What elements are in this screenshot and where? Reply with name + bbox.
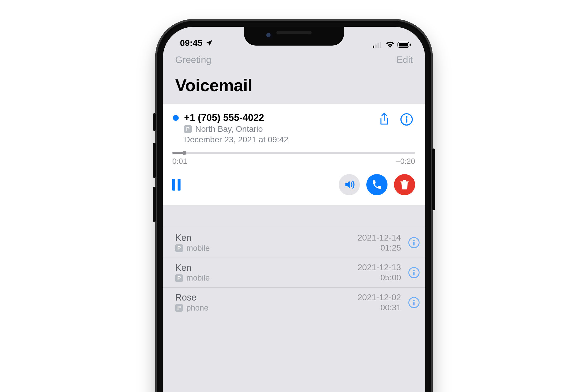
- svg-rect-18: [413, 301, 415, 305]
- vm-label: mobile: [186, 273, 210, 283]
- info-button[interactable]: [408, 297, 420, 308]
- info-button[interactable]: [408, 267, 420, 278]
- svg-rect-0: [373, 46, 374, 48]
- wifi-icon: [386, 41, 395, 48]
- parking-badge-icon: P: [175, 274, 183, 282]
- call-back-button[interactable]: [366, 174, 387, 195]
- svg-point-11: [413, 240, 415, 241]
- vm-caller-name: Ken: [175, 233, 358, 243]
- cellular-signal-icon: [373, 41, 383, 48]
- playback-scrubber[interactable]: [172, 152, 415, 154]
- device-frame: 09:45: [155, 19, 433, 392]
- vm-date: 2021-12-14: [358, 233, 401, 243]
- svg-point-8: [406, 116, 407, 118]
- vm-caller-name: Rose: [175, 292, 358, 303]
- svg-point-17: [413, 300, 415, 301]
- active-voicemail-card: +1 (705) 555-4022 P North Bay, Ontario D…: [163, 104, 425, 205]
- call-timestamp: December 23, 2021 at 09:42: [184, 135, 377, 144]
- parking-badge-icon: P: [175, 304, 183, 312]
- vm-duration: 00:31: [380, 303, 401, 312]
- status-time: 09:45: [180, 38, 203, 48]
- delete-button[interactable]: [394, 174, 415, 195]
- svg-rect-6: [410, 44, 411, 46]
- elapsed-time: 0:01: [172, 157, 187, 166]
- svg-rect-9: [406, 118, 407, 123]
- svg-rect-2: [377, 43, 379, 48]
- vm-date: 2021-12-02: [358, 293, 401, 302]
- ring-silent-switch: [153, 113, 156, 131]
- earpiece-speaker: [276, 31, 312, 34]
- remaining-time: –0:20: [396, 157, 415, 166]
- notch: [244, 27, 344, 46]
- svg-rect-15: [413, 272, 415, 276]
- vm-caller-name: Ken: [175, 263, 358, 273]
- vm-duration: 01:25: [380, 243, 401, 253]
- svg-rect-3: [380, 42, 381, 48]
- parking-badge-icon: P: [184, 125, 192, 133]
- front-camera: [266, 33, 273, 39]
- parking-badge-icon: P: [175, 244, 183, 252]
- voicemail-row[interactable]: Rose P phone 2021-12-02 00:31: [163, 287, 425, 317]
- vm-date: 2021-12-13: [358, 263, 401, 272]
- svg-rect-12: [413, 242, 415, 246]
- vm-label: mobile: [186, 244, 210, 253]
- edit-button[interactable]: Edit: [397, 54, 413, 65]
- svg-rect-1: [375, 44, 377, 48]
- volume-down-button: [153, 187, 156, 222]
- location-arrow-icon: [206, 39, 213, 47]
- unread-dot-icon: [173, 115, 179, 121]
- caller-location: North Bay, Ontario: [195, 124, 263, 134]
- pause-button[interactable]: [172, 179, 181, 191]
- greeting-button[interactable]: Greeting: [175, 54, 211, 65]
- screen: 09:45: [163, 27, 425, 392]
- info-button[interactable]: [408, 237, 420, 248]
- volume-up-button: [153, 143, 156, 178]
- vm-duration: 05:00: [380, 273, 401, 282]
- caller-number: +1 (705) 555-4022: [184, 112, 377, 123]
- share-button[interactable]: [377, 113, 391, 126]
- info-button[interactable]: [400, 113, 413, 126]
- svg-point-14: [413, 270, 415, 271]
- speaker-output-button[interactable]: [339, 174, 360, 195]
- voicemail-row[interactable]: Ken P mobile 2021-12-14 01:25: [163, 228, 425, 258]
- voicemail-list: Ken P mobile 2021-12-14 01:25 Ken P mobi…: [163, 205, 425, 317]
- battery-icon: [397, 41, 411, 48]
- side-button: [432, 149, 435, 210]
- page-title: Voicemail: [163, 67, 425, 104]
- voicemail-row[interactable]: Ken P mobile 2021-12-13 05:00: [163, 258, 425, 288]
- vm-label: phone: [186, 303, 208, 313]
- svg-rect-5: [399, 43, 408, 46]
